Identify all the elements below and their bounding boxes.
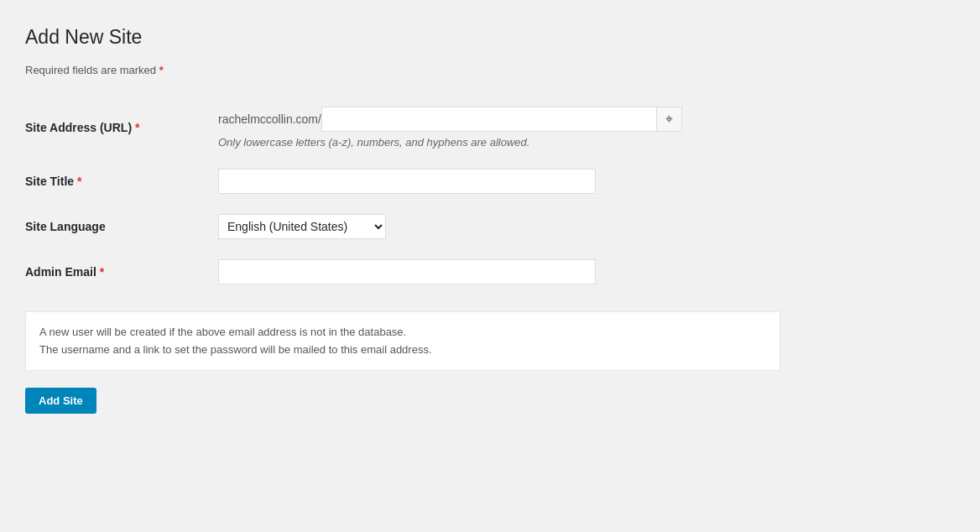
- admin-email-cell: [210, 249, 780, 295]
- site-address-cell: rachelmccollin.com/ ⌖ Only lowercase let…: [210, 96, 780, 159]
- site-language-select[interactable]: English (United States) English (UK) Esp…: [218, 214, 386, 239]
- site-address-row: Site Address (URL) * rachelmccollin.com/…: [25, 96, 780, 159]
- add-site-button[interactable]: Add Site: [25, 388, 96, 414]
- site-address-label: Site Address (URL) *: [25, 96, 210, 159]
- site-address-required-star: *: [135, 121, 139, 134]
- site-title-label: Site Title *: [25, 159, 210, 204]
- site-address-toggle-btn[interactable]: ⌖: [657, 107, 682, 132]
- required-star: *: [159, 64, 164, 76]
- admin-email-label: Admin Email *: [25, 249, 210, 295]
- required-fields-notice: Required fields are marked *: [25, 64, 780, 76]
- site-language-cell: English (United States) English (UK) Esp…: [210, 204, 780, 249]
- site-language-row: Site Language English (United States) En…: [25, 204, 780, 249]
- admin-email-row: Admin Email *: [25, 249, 780, 295]
- site-title-required-star: *: [77, 175, 81, 188]
- info-line-2: The username and a link to set the passw…: [39, 342, 766, 359]
- site-title-input[interactable]: [218, 169, 596, 194]
- admin-email-input[interactable]: [218, 259, 596, 284]
- info-line-1: A new user will be created if the above …: [39, 324, 766, 342]
- site-address-hint: Only lowercase letters (a-z), numbers, a…: [218, 136, 772, 149]
- site-address-prefix: rachelmccollin.com/: [218, 112, 321, 126]
- site-address-wrapper: rachelmccollin.com/ ⌖: [218, 107, 772, 132]
- site-address-input[interactable]: [321, 107, 657, 132]
- form-table: Site Address (URL) * rachelmccollin.com/…: [25, 96, 780, 295]
- site-language-label: Site Language: [25, 204, 210, 249]
- site-title-row: Site Title *: [25, 159, 780, 204]
- page-title: Add New Site: [25, 25, 780, 50]
- page-container: Add New Site Required fields are marked …: [25, 25, 780, 414]
- site-title-cell: [210, 159, 780, 204]
- admin-email-required-star: *: [100, 265, 104, 279]
- info-box: A new user will be created if the above …: [25, 311, 780, 372]
